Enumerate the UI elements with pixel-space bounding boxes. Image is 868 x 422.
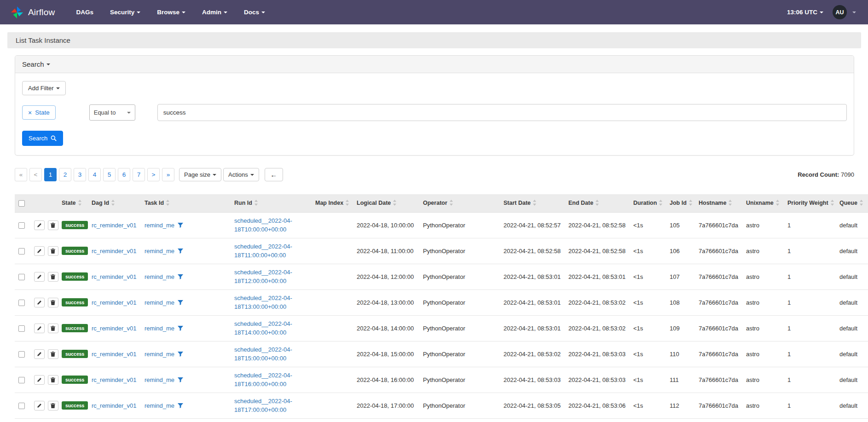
dag-id-link[interactable]: rc_reminder_v01 (92, 376, 137, 383)
column-header[interactable]: Operator (419, 194, 500, 212)
column-header[interactable]: Unixname (742, 194, 784, 212)
edit-button[interactable] (34, 298, 45, 307)
filter-funnel-icon[interactable] (178, 377, 183, 382)
dag-id-link[interactable]: rc_reminder_v01 (92, 299, 137, 306)
row-checkbox[interactable] (18, 300, 25, 306)
filter-operator-select[interactable]: Equal to (89, 104, 135, 121)
task-id-link[interactable]: remind_me (145, 376, 174, 383)
run-id-link[interactable]: scheduled__2022-04-18T16:00:00+00:00 (234, 372, 292, 388)
select-all-checkbox[interactable] (18, 200, 25, 207)
delete-button[interactable] (48, 272, 58, 282)
filter-funnel-icon[interactable] (178, 300, 183, 305)
filter-funnel-icon[interactable] (178, 274, 183, 279)
row-checkbox[interactable] (18, 325, 25, 332)
column-header[interactable]: Dag Id (88, 194, 141, 212)
edit-button[interactable] (34, 272, 45, 282)
search-button[interactable]: Search (22, 131, 63, 146)
run-id-link[interactable]: scheduled__2022-04-18T14:00:00+00:00 (234, 320, 292, 336)
edit-button[interactable] (34, 220, 45, 230)
nav-item[interactable]: DAGs (76, 9, 93, 16)
task-id-link[interactable]: remind_me (145, 325, 174, 332)
row-checkbox[interactable] (18, 403, 25, 409)
page-button[interactable]: 6 (118, 168, 130, 181)
column-header[interactable]: Task Id (141, 194, 231, 212)
task-id-link[interactable]: remind_me (145, 299, 174, 306)
column-header[interactable]: Logical Date (353, 194, 419, 212)
edit-button[interactable] (34, 401, 45, 410)
clock-dropdown[interactable]: 13:06 UTC (787, 9, 823, 16)
run-id-link[interactable]: scheduled__2022-04-18T10:00:00+00:00 (234, 217, 292, 233)
delete-button[interactable] (48, 324, 58, 333)
run-id-link[interactable]: scheduled__2022-04-18T13:00:00+00:00 (234, 295, 292, 311)
filter-funnel-icon[interactable] (178, 403, 183, 408)
nav-item[interactable]: Admin (202, 9, 227, 16)
remove-state-filter-button[interactable]: × State (22, 105, 56, 120)
nav-item[interactable]: Security (110, 9, 140, 16)
dag-id-link[interactable]: rc_reminder_v01 (92, 325, 137, 332)
page-button[interactable]: 5 (103, 168, 116, 181)
row-checkbox[interactable] (18, 248, 25, 254)
actions-button[interactable]: Actions (223, 168, 259, 181)
page-button[interactable]: > (147, 168, 160, 181)
page-button[interactable]: 2 (59, 168, 71, 181)
column-header[interactable]: Run Id (231, 194, 312, 212)
column-header[interactable]: Job Id (666, 194, 695, 212)
back-button[interactable]: ← (265, 168, 283, 181)
row-checkbox[interactable] (18, 274, 25, 280)
column-header[interactable]: State (58, 194, 88, 212)
dag-id-link[interactable]: rc_reminder_v01 (92, 273, 137, 280)
delete-button[interactable] (48, 401, 58, 410)
brand[interactable]: Airflow (10, 6, 55, 19)
run-id-link[interactable]: scheduled__2022-04-18T12:00:00+00:00 (234, 269, 292, 285)
delete-button[interactable] (48, 246, 58, 256)
delete-button[interactable] (48, 298, 58, 307)
column-header[interactable]: Hostname (695, 194, 742, 212)
edit-button[interactable] (34, 246, 45, 256)
column-header[interactable]: Queue (836, 194, 868, 212)
page-button[interactable]: 1 (44, 168, 57, 181)
task-id-link[interactable]: remind_me (145, 222, 174, 229)
page-size-button[interactable]: Page size (179, 168, 221, 181)
nav-item[interactable]: Browse (157, 9, 185, 16)
page-button[interactable]: < (29, 168, 42, 181)
page-button[interactable]: 7 (133, 168, 145, 181)
edit-button[interactable] (34, 375, 45, 385)
column-header[interactable]: End Date (565, 194, 630, 212)
user-menu[interactable]: AU (833, 5, 856, 19)
task-id-link[interactable]: remind_me (145, 402, 174, 409)
column-header[interactable]: Start Date (500, 194, 565, 212)
edit-button[interactable] (34, 349, 45, 359)
page-button[interactable]: » (162, 168, 174, 181)
column-header[interactable]: Duration (630, 194, 666, 212)
filter-funnel-icon[interactable] (178, 223, 183, 228)
filter-funnel-icon[interactable] (178, 352, 183, 357)
page-button[interactable]: « (15, 168, 27, 181)
search-panel-toggle[interactable]: Search (15, 56, 854, 73)
delete-button[interactable] (48, 375, 58, 385)
column-header[interactable]: Map Index (312, 194, 353, 212)
dag-id-link[interactable]: rc_reminder_v01 (92, 248, 137, 254)
dag-id-link[interactable]: rc_reminder_v01 (92, 351, 137, 358)
delete-button[interactable] (48, 349, 58, 359)
page-button[interactable]: 3 (74, 168, 86, 181)
row-checkbox[interactable] (18, 351, 25, 358)
dag-id-link[interactable]: rc_reminder_v01 (92, 222, 137, 229)
page-button[interactable]: 4 (88, 168, 101, 181)
task-id-link[interactable]: remind_me (145, 248, 174, 254)
run-id-link[interactable]: scheduled__2022-04-18T15:00:00+00:00 (234, 346, 292, 362)
run-id-link[interactable]: scheduled__2022-04-18T17:00:00+00:00 (234, 398, 292, 414)
run-id-link[interactable]: scheduled__2022-04-18T11:00:00+00:00 (234, 243, 292, 259)
filter-funnel-icon[interactable] (178, 249, 183, 254)
task-id-link[interactable]: remind_me (145, 351, 174, 358)
row-checkbox[interactable] (18, 222, 25, 229)
filter-funnel-icon[interactable] (178, 326, 183, 331)
row-checkbox[interactable] (18, 377, 25, 383)
delete-button[interactable] (48, 220, 58, 230)
filter-value-input[interactable] (157, 104, 847, 121)
task-id-link[interactable]: remind_me (145, 273, 174, 280)
edit-button[interactable] (34, 324, 45, 333)
add-filter-button[interactable]: Add Filter (22, 81, 66, 95)
dag-id-link[interactable]: rc_reminder_v01 (92, 402, 137, 409)
column-header[interactable]: Priority Weight (784, 194, 836, 212)
nav-item[interactable]: Docs (244, 9, 265, 16)
